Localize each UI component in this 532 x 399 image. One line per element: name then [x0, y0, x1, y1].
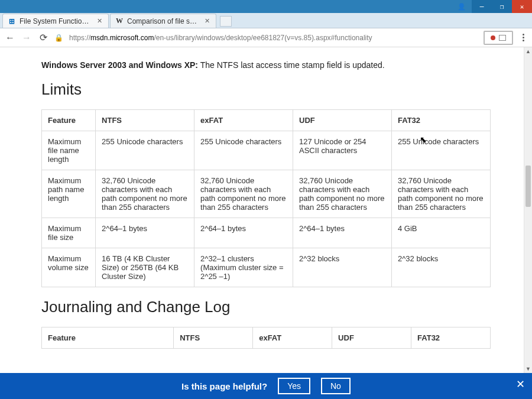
feedback-yes-button[interactable]: Yes: [278, 378, 310, 394]
tab-close-icon[interactable]: ✕: [95, 17, 103, 25]
intro-paragraph: Windows Server 2003 and Windows XP: The …: [41, 60, 491, 70]
url-scheme: https://: [69, 34, 90, 42]
vertical-scrollbar[interactable]: ▲ ▼: [524, 47, 532, 373]
section-heading-journal: Journaling and Change Log: [41, 298, 491, 316]
table-header-row: Feature NTFS exFAT UDF FAT32: [42, 327, 491, 349]
tab-title: File System Functionality: [20, 17, 92, 25]
feedback-question: Is this page helpful?: [181, 381, 267, 391]
wikipedia-icon: W: [115, 17, 124, 25]
col-fat32: FAT32: [391, 110, 490, 131]
browser-tab-inactive[interactable]: W Comparison of file syste ✕: [110, 14, 216, 28]
table-cell: 2^64–1 bytes: [293, 218, 392, 248]
table-header-row: Feature NTFS exFAT UDF FAT32: [42, 110, 491, 131]
browser-tab-active[interactable]: ⊞ File System Functionality ✕: [2, 14, 109, 28]
col-feature: Feature: [42, 110, 96, 131]
table-cell: 255 Unicode characters: [96, 131, 194, 170]
col-fat32: FAT32: [411, 327, 491, 349]
feedback-bar: Is this page helpful? Yes No ✕: [0, 373, 532, 399]
intro-text: The NTFS last access time stamp field is…: [198, 60, 385, 70]
table-cell: 2^32–1 clusters (Maximum cluster size = …: [194, 248, 293, 287]
window-minimize-button[interactable]: ─: [472, 0, 492, 13]
table-cell: 2^64–1 bytes: [96, 218, 194, 248]
tab-title: Comparison of file syste: [127, 17, 199, 25]
scroll-up-arrow-icon[interactable]: ▲: [524, 47, 532, 56]
journal-table: Feature NTFS exFAT UDF FAT32: [41, 327, 491, 349]
col-ntfs: NTFS: [174, 327, 253, 349]
col-exfat: exFAT: [194, 110, 293, 131]
table-row: Maximum volume size16 TB (4 KB Cluster S…: [42, 248, 491, 287]
table-cell: 32,760 Unicode characters with each path…: [391, 170, 490, 218]
reload-button[interactable]: ⟳: [38, 33, 48, 43]
table-row: Maximum path name length32,760 Unicode c…: [42, 170, 491, 218]
record-icon: [491, 35, 495, 40]
table-cell: 4 GiB: [391, 218, 490, 248]
table-cell: 127 Unicode or 254 ASCII characters: [293, 131, 392, 170]
feedback-close-button[interactable]: ✕: [516, 378, 525, 391]
table-cell: 16 TB (4 KB Cluster Size) or 256TB (64 K…: [96, 248, 194, 287]
intro-bold: Windows Server 2003 and Windows XP:: [41, 60, 198, 70]
window-maximize-button[interactable]: ❐: [492, 0, 512, 13]
col-exfat: exFAT: [253, 327, 332, 349]
page-content: Windows Server 2003 and Windows XP: The …: [0, 47, 532, 399]
col-feature: Feature: [42, 327, 174, 349]
url-host: msdn.microsoft.com: [90, 34, 154, 42]
table-cell: 32,760 Unicode characters with each path…: [96, 170, 194, 218]
col-udf: UDF: [332, 327, 411, 349]
browser-toolbar: ← → ⟳ 🔒 https://msdn.microsoft.com/en-us…: [0, 28, 532, 47]
limits-table: Feature NTFS exFAT UDF FAT32 Maximum fil…: [41, 109, 491, 287]
feedback-no-button[interactable]: No: [321, 378, 351, 394]
back-button[interactable]: ←: [5, 33, 15, 43]
new-tab-button[interactable]: [220, 16, 232, 27]
user-account-icon[interactable]: 👤: [452, 0, 472, 13]
window-close-button[interactable]: ✕: [512, 0, 532, 13]
section-heading-limits: Limits: [41, 80, 491, 99]
table-row: Maximum file name length255 Unicode char…: [42, 131, 491, 170]
table-cell: 255 Unicode characters: [194, 131, 293, 170]
address-bar[interactable]: https://msdn.microsoft.com/en-us/library…: [69, 34, 478, 42]
scroll-down-arrow-icon[interactable]: ▼: [524, 365, 532, 373]
screen-icon: [499, 35, 506, 41]
table-cell: Maximum file size: [42, 218, 96, 248]
url-path: /en-us/library/windows/desktop/ee681827(…: [154, 34, 372, 42]
table-cell: 32,760 Unicode characters with each path…: [194, 170, 293, 218]
extension-icon[interactable]: [484, 31, 513, 45]
table-cell: 255 Unicode characters: [391, 131, 490, 170]
col-ntfs: NTFS: [96, 110, 194, 131]
window-titlebar: 👤 ─ ❐ ✕: [0, 0, 532, 13]
padlock-icon[interactable]: 🔒: [54, 34, 63, 42]
table-cell: Maximum file name length: [42, 131, 96, 170]
browser-menu-button[interactable]: [519, 34, 527, 41]
browser-tabstrip: ⊞ File System Functionality ✕ W Comparis…: [0, 13, 532, 28]
table-cell: Maximum volume size: [42, 248, 96, 287]
table-cell: 32,760 Unicode characters with each path…: [293, 170, 392, 218]
table-cell: 2^64–1 bytes: [194, 218, 293, 248]
table-row: Maximum file size2^64–1 bytes2^64–1 byte…: [42, 218, 491, 248]
tab-close-icon[interactable]: ✕: [203, 17, 211, 25]
table-cell: 2^32 blocks: [391, 248, 490, 287]
windows-icon: ⊞: [8, 17, 16, 25]
table-cell: Maximum path name length: [42, 170, 96, 218]
scroll-thumb[interactable]: [525, 166, 531, 207]
forward-button[interactable]: →: [21, 33, 32, 43]
col-udf: UDF: [293, 110, 392, 131]
table-cell: 2^32 blocks: [293, 248, 392, 287]
